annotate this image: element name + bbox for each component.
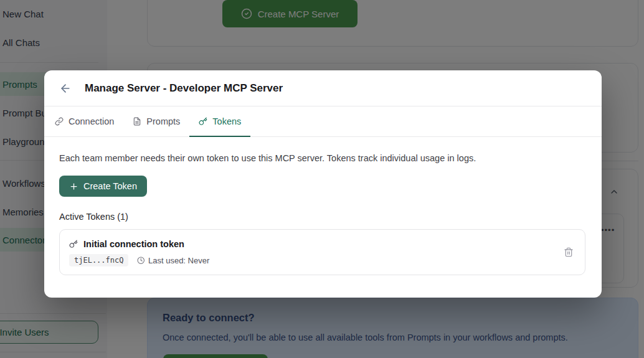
token-last-used-label: Last used: Never [148,256,209,265]
modal-header: Manage Server - Developer MCP Server [44,70,602,106]
clock-icon [137,257,145,265]
delete-token-button[interactable] [561,245,576,260]
plus-icon [69,182,78,191]
manage-server-modal: Manage Server - Developer MCP Server Con… [44,70,602,298]
app-screen: New Chat All Chats Prompts Prompt Builde… [0,0,644,358]
token-name: Initial connection token [83,239,184,249]
tokens-tab-panel: Each team member needs their own token t… [44,137,602,275]
tab-connection[interactable]: Connection [45,106,123,137]
trash-icon [564,247,574,257]
modal-title: Manage Server - Developer MCP Server [85,82,283,95]
arrow-left-icon [59,82,72,95]
active-tokens-heading: Active Tokens (1) [59,212,585,222]
create-token-button[interactable]: Create Token [59,176,147,197]
back-button[interactable] [59,82,72,95]
token-masked-value: tjEL...fncQ [69,254,128,266]
file-text-icon [133,117,141,126]
modal-tabs: Connection Prompts Tokens [44,106,602,137]
key-icon [199,117,207,126]
tab-prompts[interactable]: Prompts [123,106,189,137]
key-icon [69,240,78,248]
token-meta-row: tjEL...fncQ Last used: Never [69,254,209,266]
tab-prompts-label: Prompts [146,116,180,126]
token-name-row: Initial connection token [69,239,184,249]
tab-connection-label: Connection [69,116,114,126]
tab-tokens-label: Tokens [212,116,241,126]
token-last-used: Last used: Never [137,256,209,265]
link-icon [55,117,64,126]
token-list-item: Initial connection token tjEL...fncQ Las… [59,229,585,275]
tab-tokens[interactable]: Tokens [189,106,250,137]
create-token-label: Create Token [83,181,137,191]
tokens-description: Each team member needs their own token t… [59,153,585,163]
